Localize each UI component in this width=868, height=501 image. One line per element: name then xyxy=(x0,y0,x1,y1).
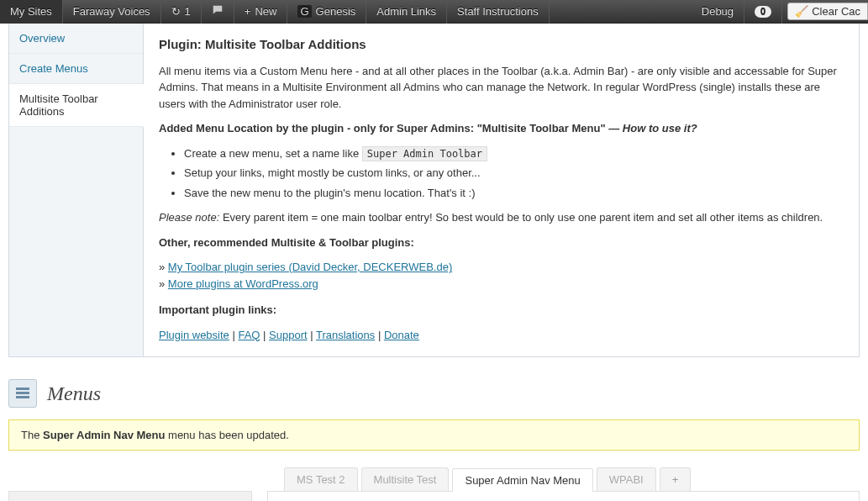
plus-icon: + xyxy=(245,5,251,18)
ab-genesis[interactable]: G Genesis xyxy=(287,0,366,24)
help-content: Plugin: Multisite Toolbar Additions All … xyxy=(144,24,859,356)
tab-super-admin-nav-menu[interactable]: Super Admin Nav Menu xyxy=(452,468,592,492)
link-faq[interactable]: FAQ xyxy=(238,329,260,341)
page-title: Menus xyxy=(47,382,101,405)
help-tab-create-menus[interactable]: Create Menus xyxy=(9,54,143,84)
ab-comments[interactable] xyxy=(202,0,234,24)
ab-new-label: New xyxy=(255,5,276,18)
link-translations[interactable]: Translations xyxy=(316,329,375,341)
help-note: Please note: Every parent item = one mai… xyxy=(159,209,844,226)
menus-icon xyxy=(8,379,37,408)
ab-site-name[interactable]: Faraway Voices xyxy=(63,0,161,24)
notice-menu-name: Super Admin Nav Menu xyxy=(43,429,165,441)
added-location-em: How to use it? xyxy=(623,122,697,134)
step1-prefix: Create a new menu, set a name like xyxy=(184,147,362,160)
notice-suffix: menu has been updated. xyxy=(165,429,288,441)
theme-locations-header: Theme Locations xyxy=(8,491,252,501)
ab-updates[interactable]: ↻ 1 xyxy=(161,0,202,24)
tab-wpabi[interactable]: WPABI xyxy=(597,467,656,491)
link-donate[interactable]: Donate xyxy=(384,329,419,341)
help-panel: Overview Create Menus Multisite Toolbar … xyxy=(8,24,860,357)
step1-code: Super Admin Toolbar xyxy=(362,146,487,161)
broom-icon: 🧹 xyxy=(795,5,808,18)
help-tabs: Overview Create Menus Multisite Toolbar … xyxy=(9,24,144,356)
ab-staff-instructions[interactable]: Staff Instructions xyxy=(447,0,550,24)
note-em: Please note: xyxy=(159,211,219,224)
ab-my-sites[interactable]: My Sites xyxy=(0,0,63,24)
help-added-location: Added Menu Location by the plugin - only… xyxy=(159,120,844,137)
tab-ms-test-2[interactable]: MS Test 2 xyxy=(284,467,358,491)
ab-debug-badge[interactable]: 0 xyxy=(744,0,782,24)
svg-rect-0 xyxy=(16,388,29,390)
ab-updates-count: 1 xyxy=(185,5,191,18)
col-left: Theme Locations Your theme supports 3 me… xyxy=(8,467,252,501)
help-steps-list: Create a new menu, set a name like Super… xyxy=(184,145,844,202)
ab-new[interactable]: + New xyxy=(234,0,288,24)
help-other-heading: Other, recommended Multisite & Toolbar p… xyxy=(159,235,844,251)
notice-prefix: The xyxy=(21,429,43,441)
link-support[interactable]: Support xyxy=(269,329,308,341)
genesis-icon: G xyxy=(297,5,311,18)
refresh-icon: ↻ xyxy=(171,5,181,18)
help-intro: All menu items via a Custom Menu here - … xyxy=(159,63,844,113)
svg-rect-1 xyxy=(16,392,29,394)
svg-rect-2 xyxy=(16,396,29,398)
help-important-links: Plugin website | FAQ | Support | Transla… xyxy=(159,327,844,344)
note-rest: Every parent item = one main toolbar ent… xyxy=(219,211,823,224)
ab-genesis-label: Genesis xyxy=(316,5,356,18)
help-step-1: Create a new menu, set a name like Super… xyxy=(184,145,844,162)
tab-add-menu[interactable]: + xyxy=(660,467,692,491)
ab-debug[interactable]: Debug xyxy=(692,0,744,24)
help-step-2: Setup your links, might mostly be custom… xyxy=(184,165,844,182)
updated-notice: The Super Admin Nav Menu menu has been u… xyxy=(8,419,860,451)
admin-bar: My Sites Faraway Voices ↻ 1 + New G Gene… xyxy=(0,0,868,24)
tab-multisite-test[interactable]: Multisite Test xyxy=(361,467,450,491)
help-title: Plugin: Multisite Toolbar Additions xyxy=(159,35,844,55)
comment-icon xyxy=(212,4,224,18)
link-plugin-website[interactable]: Plugin website xyxy=(159,329,229,341)
help-link-more: » More plugins at WordPress.org xyxy=(159,276,844,293)
help-link-series: » My Toolbar plugin series (David Decker… xyxy=(159,259,844,276)
ab-clear-cache-button[interactable]: 🧹 Clear Cac xyxy=(787,3,868,20)
help-tab-multisite-toolbar[interactable]: Multisite Toolbar Additions xyxy=(9,84,144,127)
link-more-plugins[interactable]: More plugins at WordPress.org xyxy=(168,277,318,290)
menu-edit-panel: Menu Name Automatically add new top-leve… xyxy=(267,491,860,501)
col-right: MS Test 2 Multisite Test Super Admin Nav… xyxy=(267,467,860,501)
help-tab-overview[interactable]: Overview xyxy=(9,24,143,54)
help-step-3: Save the new menu to the plugin's menu l… xyxy=(184,185,844,202)
clear-cache-label: Clear Cac xyxy=(812,5,860,18)
added-location-strong: Added Menu Location by the plugin - only… xyxy=(159,122,623,134)
link-toolbar-series[interactable]: My Toolbar plugin series (David Decker, … xyxy=(168,261,452,273)
ab-admin-links[interactable]: Admin Links xyxy=(366,0,447,24)
columns: Theme Locations Your theme supports 3 me… xyxy=(0,467,868,501)
help-important-heading: Important plugin links: xyxy=(159,302,844,319)
menu-tabs: MS Test 2 Multisite Test Super Admin Nav… xyxy=(267,467,860,491)
page-heading: Menus xyxy=(0,372,868,419)
debug-count-badge: 0 xyxy=(755,6,771,18)
